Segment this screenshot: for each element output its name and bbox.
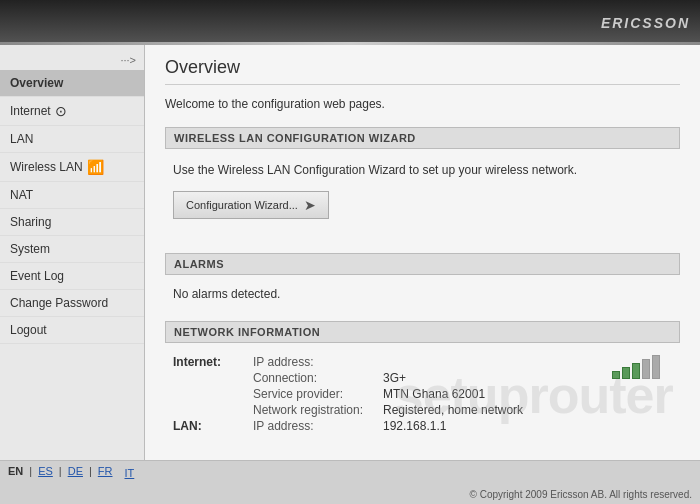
wizard-arrow-icon: ➤ (304, 197, 316, 213)
configuration-wizard-button[interactable]: Configuration Wizard... ➤ (173, 191, 329, 219)
welcome-text: Welcome to the configuration web pages. (165, 97, 680, 111)
signal-bar-2 (622, 367, 630, 379)
wireless-section-header: WIRELESS LAN CONFIGURATION WIZARD (165, 127, 680, 149)
connection-value: 3G+ (383, 371, 406, 385)
wireless-section: WIRELESS LAN CONFIGURATION WIZARD Use th… (165, 127, 680, 237)
header: ERICSSON (0, 0, 700, 45)
network-section: NETWORK INFORMATION setuprouter Internet… (165, 321, 680, 439)
sidebar-item-wireless-lan[interactable]: Wireless LAN 📶 (0, 153, 144, 182)
ericsson-logo: ERICSSON (601, 15, 690, 31)
sidebar-item-label: Overview (10, 76, 63, 90)
sidebar-item-label: Wireless LAN (10, 160, 83, 174)
page-title: Overview (165, 57, 680, 85)
network-info: setuprouter Internet: IP address: Conn (165, 351, 680, 439)
registration-row: Network registration: Registered, home n… (173, 403, 672, 417)
sidebar-item-system[interactable]: System (0, 236, 144, 263)
sidebar-item-sharing[interactable]: Sharing (0, 209, 144, 236)
sidebar-item-label: LAN (10, 132, 33, 146)
provider-key: Service provider: (253, 387, 383, 401)
sidebar-item-change-password[interactable]: Change Password (0, 290, 144, 317)
sidebar-item-internet[interactable]: Internet ⊙ (0, 97, 144, 126)
sidebar-item-event-log[interactable]: Event Log (0, 263, 144, 290)
registration-value: Registered, home network (383, 403, 523, 417)
lan-ip-row: LAN: IP address: 192.168.1.1 (173, 419, 672, 433)
sidebar-item-lan[interactable]: LAN (0, 126, 144, 153)
lang-sep-3: | (89, 465, 92, 479)
lang-sep-1: | (29, 465, 32, 479)
content-area: Overview Welcome to the configuration we… (145, 45, 700, 460)
language-selector: EN | ES | DE | FR IT (8, 465, 692, 479)
lang-en[interactable]: EN (8, 465, 23, 479)
registration-key: Network registration: (253, 403, 383, 417)
sidebar-item-label: System (10, 242, 50, 256)
lang-fr[interactable]: FR (98, 465, 113, 479)
sidebar-item-nat[interactable]: NAT (0, 182, 144, 209)
wireless-icon: 📶 (87, 159, 104, 175)
header-line (0, 42, 700, 45)
lang-it[interactable]: IT (125, 467, 135, 479)
lan-label: LAN: (173, 419, 253, 433)
network-section-header: NETWORK INFORMATION (165, 321, 680, 343)
footer: EN | ES | DE | FR IT © Copyright 2009 Er… (0, 460, 700, 504)
sidebar-item-label: NAT (10, 188, 33, 202)
alarms-section: ALARMS No alarms detected. (165, 253, 680, 305)
signal-bar-1 (612, 371, 620, 379)
sidebar-item-label: Internet (10, 104, 51, 118)
sidebar-item-overview[interactable]: Overview (0, 70, 144, 97)
connection-key: Connection: (253, 371, 383, 385)
signal-bar-3 (632, 363, 640, 379)
ip-address-key: IP address: (253, 355, 383, 369)
alarms-text: No alarms detected. (165, 283, 680, 305)
alarms-section-header: ALARMS (165, 253, 680, 275)
copyright-text: © Copyright 2009 Ericsson AB. All rights… (8, 489, 692, 500)
sidebar-item-logout[interactable]: Logout (0, 317, 144, 344)
internet-ip-row: Internet: IP address: (173, 355, 672, 369)
lan-ip-key: IP address: (253, 419, 383, 433)
signal-bar-5 (652, 355, 660, 379)
wireless-section-description: Use the Wireless LAN Configuration Wizar… (165, 157, 680, 187)
internet-icon: ⊙ (55, 103, 67, 119)
lang-sep-2: | (59, 465, 62, 479)
sidebar-item-label: Change Password (10, 296, 108, 310)
lang-de[interactable]: DE (68, 465, 83, 479)
main-layout: ···> Overview Internet ⊙ LAN Wireless LA… (0, 45, 700, 460)
signal-bars (612, 351, 660, 379)
internet-label: Internet: (173, 355, 253, 369)
sidebar-item-label: Event Log (10, 269, 64, 283)
sidebar: ···> Overview Internet ⊙ LAN Wireless LA… (0, 45, 145, 460)
connection-row: Connection: 3G+ (173, 371, 672, 385)
provider-value: MTN Ghana 62001 (383, 387, 485, 401)
signal-bar-4 (642, 359, 650, 379)
wizard-button-label: Configuration Wizard... (186, 199, 298, 211)
sidebar-arrow: ···> (0, 50, 144, 70)
lan-ip-value: 192.168.1.1 (383, 419, 446, 433)
lang-es[interactable]: ES (38, 465, 53, 479)
sidebar-item-label: Sharing (10, 215, 51, 229)
sidebar-item-label: Logout (10, 323, 47, 337)
provider-row: Service provider: MTN Ghana 62001 (173, 387, 672, 401)
